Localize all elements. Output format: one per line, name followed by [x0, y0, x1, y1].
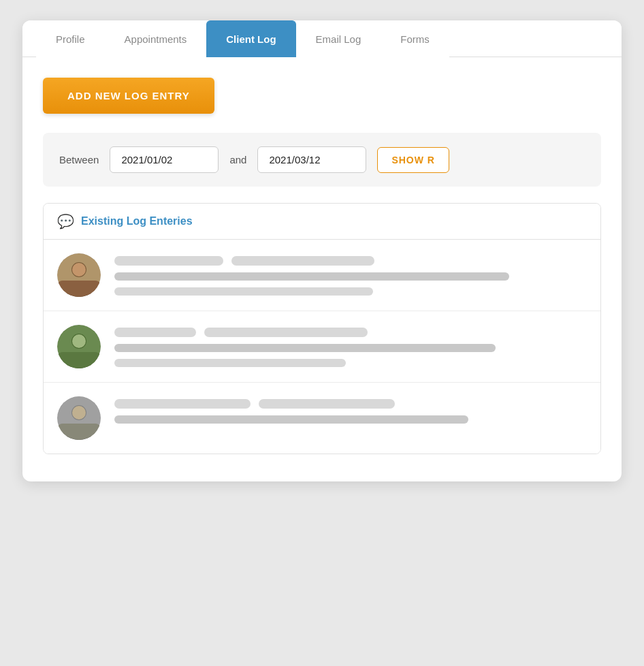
- tab-forms[interactable]: Forms: [381, 20, 449, 57]
- main-card: Profile Appointments Client Log Email Lo…: [22, 20, 622, 481]
- tab-bar: Profile Appointments Client Log Email Lo…: [22, 20, 622, 57]
- tab-profile[interactable]: Profile: [36, 20, 105, 57]
- log-entry: [44, 383, 600, 454]
- svg-point-3: [72, 263, 86, 276]
- date-from-input[interactable]: [110, 146, 219, 173]
- show-results-button[interactable]: SHOW R: [377, 147, 449, 173]
- log-lines: [114, 325, 587, 367]
- between-label: Between: [59, 154, 99, 165]
- svg-rect-4: [57, 281, 101, 297]
- log-header: 💬 Existing Log Enteries: [44, 204, 600, 240]
- log-lines: [114, 396, 587, 424]
- avatar: [57, 396, 101, 440]
- log-entry: [44, 240, 600, 311]
- svg-point-13: [72, 406, 86, 419]
- add-log-entry-button[interactable]: ADD NEW LOG ENTRY: [43, 78, 214, 114]
- avatar: [57, 325, 101, 368]
- log-header-icon: 💬: [57, 213, 74, 229]
- svg-rect-14: [57, 424, 101, 440]
- log-lines: [114, 253, 587, 296]
- and-label: and: [229, 154, 246, 165]
- log-header-title: Existing Log Enteries: [81, 215, 193, 227]
- tab-client-log[interactable]: Client Log: [206, 20, 295, 57]
- filter-bar: Between and SHOW R: [43, 133, 601, 187]
- svg-point-8: [72, 334, 86, 348]
- svg-rect-9: [57, 352, 101, 368]
- date-to-input[interactable]: [257, 146, 366, 173]
- log-entry: [44, 311, 600, 383]
- log-section: 💬 Existing Log Enteries: [43, 203, 601, 454]
- content-area: ADD NEW LOG ENTRY Between and SHOW R 💬 E…: [22, 57, 622, 481]
- tab-appointments[interactable]: Appointments: [105, 20, 207, 57]
- avatar: [57, 253, 101, 297]
- tab-email-log[interactable]: Email Log: [296, 20, 381, 57]
